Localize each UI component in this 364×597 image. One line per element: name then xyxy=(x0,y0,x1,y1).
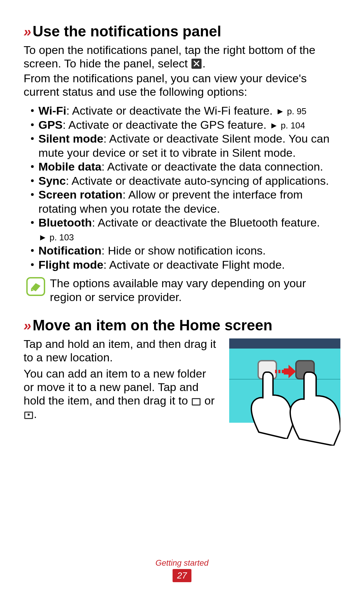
close-icon xyxy=(191,59,202,69)
folder-icon xyxy=(192,398,201,406)
list-item-text: Bluetooth: Activate or deactivate the Bl… xyxy=(38,216,340,244)
paragraph-text: . xyxy=(202,57,205,70)
paragraph-text: You can add an item to a new folder or m… xyxy=(24,367,206,407)
chevron-icon: ›› xyxy=(24,25,30,38)
section-heading: ›› Use the notifications panel xyxy=(24,23,340,40)
note-icon xyxy=(26,277,45,296)
list-item: Notification: Hide or show notification … xyxy=(24,244,340,258)
list-item-text: Flight mode: Activate or deactivate Flig… xyxy=(38,258,340,272)
list-item: Mobile data: Activate or deactivate the … xyxy=(24,160,340,174)
list-item: Bluetooth: Activate or deactivate the Bl… xyxy=(24,216,340,244)
paragraph: From the notifications panel, you can vi… xyxy=(24,71,340,98)
note-text: The options available may vary depending… xyxy=(50,276,340,304)
hand-icon xyxy=(280,368,340,446)
gesture-illustration xyxy=(229,338,340,423)
section-heading: ›› Move an item on the Home screen xyxy=(24,317,340,334)
illustration-topbar xyxy=(229,338,340,349)
page: ›› Use the notifications panel To open t… xyxy=(0,0,364,597)
section: ›› Move an item on the Home screen Tap a… xyxy=(24,317,340,423)
bullet-icon xyxy=(31,109,34,112)
list-item-text: Notification: Hide or show notification … xyxy=(38,244,340,258)
paragraph-text: To open the notifications panel, tap the… xyxy=(24,43,315,70)
bullet-icon xyxy=(31,123,34,126)
footer-section-label: Getting started xyxy=(0,558,364,568)
note: The options available may vary depending… xyxy=(24,276,340,304)
list-item-text: Wi-Fi: Activate or deactivate the Wi-Fi … xyxy=(38,104,340,118)
list-item: Wi-Fi: Activate or deactivate the Wi-Fi … xyxy=(24,104,340,118)
text-column: Tap and hold an item, and then drag it t… xyxy=(24,337,219,422)
paragraph: Tap and hold an item, and then drag it t… xyxy=(24,337,219,364)
bullet-list: Wi-Fi: Activate or deactivate the Wi-Fi … xyxy=(24,104,340,272)
list-item: GPS: Activate or deactivate the GPS feat… xyxy=(24,118,340,132)
list-item-text: Mobile data: Activate or deactivate the … xyxy=(38,160,340,174)
bullet-icon xyxy=(31,193,34,196)
list-item: Flight mode: Activate or deactivate Flig… xyxy=(24,258,340,272)
bullet-icon xyxy=(31,249,34,252)
page-number: 27 xyxy=(173,569,192,582)
paragraph-text: or xyxy=(201,394,215,407)
list-item-text: GPS: Activate or deactivate the GPS feat… xyxy=(38,118,340,132)
page-footer: Getting started 27 xyxy=(0,558,364,582)
panel-icon xyxy=(24,412,33,419)
list-item: Silent mode: Activate or deactivate Sile… xyxy=(24,132,340,160)
bullet-icon xyxy=(31,179,34,182)
section-title: Move an item on the Home screen xyxy=(33,317,273,334)
bullet-icon xyxy=(31,137,34,140)
bullet-icon xyxy=(31,221,34,224)
paragraph: To open the notifications panel, tap the… xyxy=(24,43,340,70)
list-item-text: Screen rotation: Allow or prevent the in… xyxy=(38,188,340,216)
bullet-icon xyxy=(31,263,34,266)
bullet-icon xyxy=(31,165,34,168)
list-item-text: Silent mode: Activate or deactivate Sile… xyxy=(38,132,340,160)
chevron-icon: ›› xyxy=(24,319,30,332)
list-item: Sync: Activate or deactivate auto-syncin… xyxy=(24,174,340,188)
paragraph-text: . xyxy=(34,408,37,420)
content-row: Tap and hold an item, and then drag it t… xyxy=(24,337,340,423)
list-item-text: Sync: Activate or deactivate auto-syncin… xyxy=(38,174,340,188)
paragraph: You can add an item to a new folder or m… xyxy=(24,367,219,421)
list-item: Screen rotation: Allow or prevent the in… xyxy=(24,188,340,216)
section-title: Use the notifications panel xyxy=(33,23,221,40)
